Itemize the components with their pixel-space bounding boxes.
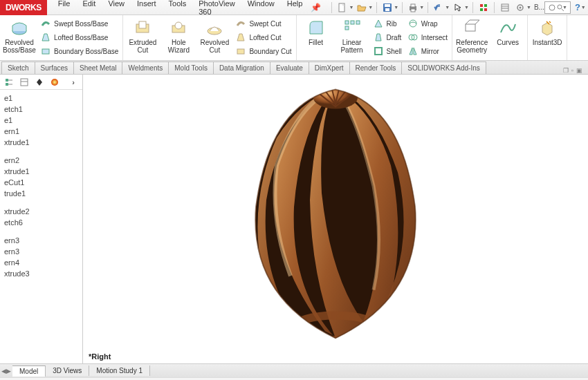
revolved-cut-button[interactable]: Revolved Cut bbox=[198, 17, 231, 55]
tree-item[interactable]: eCut1 bbox=[1, 177, 81, 188]
intersect-icon bbox=[407, 32, 419, 43]
expand-panel-button[interactable]: › bbox=[67, 76, 80, 88]
curves-button[interactable]: Curves bbox=[491, 17, 524, 48]
rib-icon bbox=[373, 18, 384, 29]
tree-item[interactable]: ern2 bbox=[1, 155, 81, 166]
tree-item[interactable]: e1 bbox=[1, 93, 81, 104]
rib-button[interactable]: Rib bbox=[371, 17, 403, 30]
feature-tree-tab[interactable] bbox=[3, 76, 15, 88]
dropdown-caret-icon[interactable]: ▼ bbox=[368, 5, 373, 10]
help-button[interactable]: ? bbox=[575, 2, 580, 12]
tree-item[interactable]: xtrude2 bbox=[1, 206, 81, 217]
separator bbox=[402, 2, 403, 13]
new-doc-button[interactable] bbox=[336, 1, 349, 14]
mirror-button[interactable]: Mirror bbox=[406, 44, 449, 58]
tree-item[interactable]: xtrude1 bbox=[1, 166, 81, 177]
tree-item[interactable]: ern4 bbox=[1, 257, 81, 268]
property-tab[interactable] bbox=[18, 76, 30, 88]
tree-item[interactable]: ern3 bbox=[1, 235, 81, 246]
dropdown-caret-icon[interactable]: ▼ bbox=[526, 5, 531, 10]
bottom-tab-motion-study[interactable]: Motion Study 1 bbox=[89, 365, 150, 376]
svg-line-36 bbox=[466, 20, 470, 24]
configuration-tab[interactable] bbox=[33, 76, 46, 88]
tab-weldments[interactable]: Weldments bbox=[122, 61, 169, 74]
dropdown-caret-icon[interactable]: ▼ bbox=[581, 5, 586, 10]
dropdown-caret-icon[interactable]: ▼ bbox=[445, 5, 450, 10]
tab-dimxpert[interactable]: DimXpert bbox=[309, 61, 350, 74]
label: Boundary Boss/Base bbox=[54, 48, 118, 55]
instant3d-button[interactable]: Instant3D bbox=[531, 17, 564, 48]
label: Revolved Boss/Base bbox=[3, 39, 36, 54]
wrap-button[interactable]: Wrap bbox=[406, 17, 449, 30]
label: Lofted Boss/Base bbox=[54, 34, 108, 41]
hole-wizard-button[interactable]: Hole Wizard bbox=[162, 17, 195, 55]
svg-rect-39 bbox=[6, 79, 8, 82]
save-button[interactable] bbox=[380, 1, 394, 14]
tree-item[interactable]: ern1 bbox=[1, 126, 81, 137]
dropdown-caret-icon[interactable]: ▼ bbox=[419, 5, 424, 10]
reference-geometry-button[interactable]: Reference Geometry bbox=[455, 17, 488, 55]
minimize-icon[interactable]: ▫ bbox=[571, 67, 573, 74]
label: Revolved Cut bbox=[199, 39, 230, 54]
dropdown-caret-icon[interactable]: ▼ bbox=[394, 5, 398, 10]
tree-item[interactable]: trude1 bbox=[1, 188, 81, 199]
fillet-icon bbox=[306, 18, 326, 37]
dropdown-caret-icon[interactable]: ▼ bbox=[349, 5, 353, 10]
search-knowledge-base[interactable]: ▼ bbox=[544, 1, 571, 14]
tree-item[interactable]: etch1 bbox=[1, 104, 81, 115]
hole-wizard-icon bbox=[169, 18, 188, 37]
print-button[interactable] bbox=[406, 1, 420, 14]
bottom-tab-3dviews[interactable]: 3D Views bbox=[46, 365, 89, 376]
tree-item[interactable]: etch6 bbox=[1, 217, 81, 228]
tab-data-migration[interactable]: Data Migration bbox=[213, 61, 270, 74]
boundary-cut-button[interactable]: Boundary Cut bbox=[234, 44, 293, 58]
tree-item[interactable]: xtrude3 bbox=[1, 268, 81, 279]
bottom-tab-model[interactable]: Model bbox=[12, 365, 46, 377]
settings-button[interactable] bbox=[513, 1, 527, 14]
tab-evaluate[interactable]: Evaluate bbox=[270, 61, 309, 74]
tree-item[interactable]: e1 bbox=[1, 115, 81, 126]
linear-pattern-button[interactable]: Linear Pattern bbox=[336, 17, 369, 55]
feature-tree[interactable]: e1 etch1 e1 ern1 xtrude1 ern2 xtrude1 eC… bbox=[0, 90, 82, 363]
tab-addins[interactable]: SOLIDWORKS Add-Ins bbox=[401, 61, 486, 74]
svg-rect-5 bbox=[411, 4, 415, 7]
swept-boss-button[interactable]: Swept Boss/Base bbox=[39, 17, 120, 30]
undo-button[interactable] bbox=[432, 1, 445, 14]
pin-icon[interactable]: 📌 bbox=[311, 3, 321, 12]
lofted-boss-button[interactable]: Lofted Boss/Base bbox=[39, 30, 120, 44]
select-button[interactable] bbox=[451, 1, 465, 14]
open-doc-button[interactable] bbox=[355, 1, 369, 14]
options-button[interactable] bbox=[498, 1, 512, 14]
label: Extruded Cut bbox=[127, 39, 158, 54]
tab-sheet-metal[interactable]: Sheet Metal bbox=[73, 61, 122, 74]
revolved-boss-button[interactable]: Revolved Boss/Base bbox=[3, 17, 36, 55]
svg-rect-26 bbox=[237, 49, 244, 54]
tab-scroll-right[interactable]: ▶ bbox=[6, 368, 11, 374]
swept-cut-button[interactable]: Swept Cut bbox=[234, 17, 293, 30]
tree-item[interactable]: xtrude1 bbox=[1, 137, 81, 148]
dropdown-caret-icon[interactable]: ▼ bbox=[562, 5, 567, 10]
fillet-button[interactable]: Fillet bbox=[300, 17, 333, 48]
svg-rect-3 bbox=[385, 8, 389, 11]
shell-button[interactable]: Shell bbox=[371, 44, 403, 58]
3d-viewport[interactable]: *Right bbox=[83, 75, 588, 363]
extruded-cut-button[interactable]: Extruded Cut bbox=[126, 17, 159, 55]
restore-icon[interactable]: ❐ bbox=[563, 67, 569, 74]
wrap-icon bbox=[407, 18, 419, 29]
tab-surfaces[interactable]: Surfaces bbox=[35, 61, 74, 74]
rebuild-button[interactable] bbox=[477, 1, 490, 14]
svg-rect-29 bbox=[356, 21, 360, 24]
lofted-cut-button[interactable]: Lofted Cut bbox=[234, 30, 293, 44]
dropdown-caret-icon[interactable]: ▼ bbox=[464, 5, 469, 10]
boundary-boss-button[interactable]: Boundary Boss/Base bbox=[39, 44, 120, 58]
tree-item[interactable]: ern3 bbox=[1, 246, 81, 257]
tab-sketch[interactable]: Sketch bbox=[1, 61, 35, 74]
close-icon[interactable]: ▣ bbox=[576, 67, 582, 74]
draft-button[interactable]: Draft bbox=[371, 30, 403, 44]
appearance-tab[interactable] bbox=[48, 76, 61, 88]
intersect-button[interactable]: Intersect bbox=[406, 30, 449, 44]
tab-scroll-left[interactable]: ◀ bbox=[1, 368, 6, 374]
svg-rect-31 bbox=[375, 48, 382, 55]
tab-render-tools[interactable]: Render Tools bbox=[349, 61, 403, 74]
tab-mold-tools[interactable]: Mold Tools bbox=[168, 61, 214, 74]
